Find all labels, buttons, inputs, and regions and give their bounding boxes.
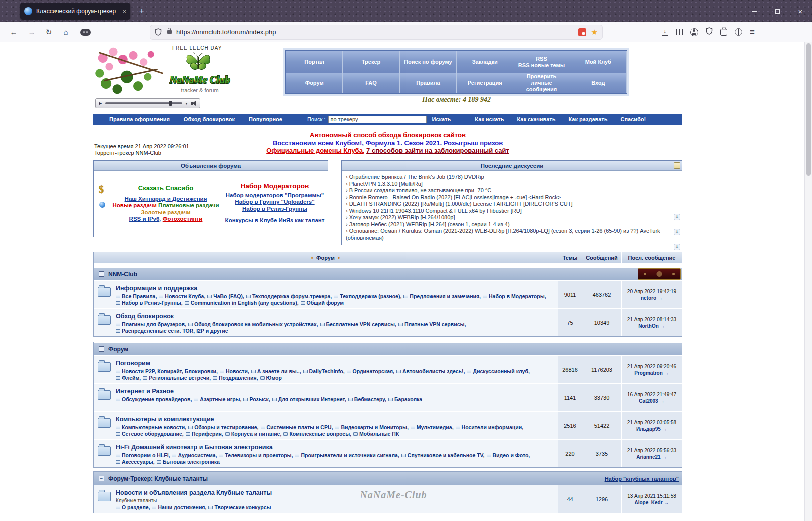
subforum-link[interactable]: Платные VPN сервисы xyxy=(398,321,466,327)
collapse-icon[interactable]: − xyxy=(99,271,104,277)
player-dropdown-icon[interactable]: ▼ xyxy=(185,102,188,105)
lock-icon[interactable] xyxy=(167,30,172,34)
section-title[interactable]: Форум-Трекер: Клубные таланты xyxy=(108,475,208,482)
bypass-link[interactable]: Автономный способ обхода блокировок сайт… xyxy=(310,131,466,139)
section-title[interactable]: NNM-Club xyxy=(108,271,137,278)
subforum-link[interactable]: Бытовая электроника xyxy=(157,459,220,465)
rss-ipv6-link[interactable]: RSS и IPv6 xyxy=(129,216,160,223)
back-button[interactable]: ← xyxy=(8,28,19,36)
last-post-user[interactable]: Progmatron xyxy=(634,370,663,376)
nav-link[interactable]: Как скачивать xyxy=(517,116,555,122)
subforum-link[interactable]: Мобильные ПК xyxy=(353,431,399,437)
nav-link[interactable]: Правила оформления xyxy=(109,116,170,122)
goto-last-post-icon[interactable]: → xyxy=(662,454,667,460)
goto-last-post-icon[interactable]: → xyxy=(664,370,669,376)
scrollbar[interactable] xyxy=(804,42,812,521)
gold-releases-link[interactable]: Золотые раздачи xyxy=(141,209,190,216)
discussion-topic-link[interactable]: Заговор Небес (2021) WEBRip [H.264] (сез… xyxy=(349,221,510,227)
subforum-link[interactable]: Барахолка xyxy=(388,396,422,402)
subforum-link[interactable]: Новости P2P, Копирайт, Блокировки xyxy=(116,368,218,374)
menu-cell-my-club[interactable]: Мой Клуб xyxy=(570,51,626,73)
subforum-link[interactable]: DailyTechInfo xyxy=(303,368,345,374)
subforum-link[interactable]: Корпуса и питание xyxy=(225,431,282,437)
browser-tab[interactable]: Классический форум-трекер × xyxy=(20,3,130,20)
collapse-icon[interactable]: − xyxy=(99,346,104,352)
audio-player[interactable]: ► ▼ xyxy=(95,98,200,108)
subforum-link[interactable]: Набор в Модераторы xyxy=(483,293,546,299)
discussion-topic-link[interactable]: Основание: Осман / Kurulus: Osman (2021-… xyxy=(346,228,660,241)
subforum-link[interactable]: Общий форум xyxy=(301,300,344,306)
club-talents-recruit-link[interactable]: Набор "клубных талантов" xyxy=(605,476,679,482)
goto-last-post-icon[interactable]: → xyxy=(660,323,665,329)
last-post-user[interactable]: NorthOn xyxy=(638,323,659,329)
tab-close-icon[interactable]: × xyxy=(122,8,126,15)
section-title[interactable]: Форум xyxy=(108,346,128,353)
shield-icon[interactable] xyxy=(706,27,713,37)
expand-icon[interactable]: + xyxy=(674,229,680,235)
photo-hosting-link[interactable]: Фотохостинги xyxy=(163,216,203,223)
discussion-topic-link[interactable]: Хочу замуж (2022) WEBRip [H.264/1080p] xyxy=(349,214,455,220)
subforum-link[interactable]: Обход блокировок на мобильных устройства… xyxy=(188,321,318,327)
subforum-link[interactable]: Флейм xyxy=(116,375,141,381)
subforum-link[interactable]: Плагины для браузеров xyxy=(116,321,186,327)
hitparade-link[interactable]: Наш Хитпарад и Достижения xyxy=(125,196,207,203)
goto-last-post-icon[interactable]: → xyxy=(664,500,669,505)
platinum-releases-link[interactable]: Платиновые раздачи xyxy=(158,202,219,209)
url-text[interactable]: https://nnmclub.to/forum/index.php xyxy=(176,28,578,36)
nav-link[interactable]: Спасибо! xyxy=(620,116,646,122)
subforum-link[interactable]: Компьютерные новости xyxy=(116,424,186,430)
scrollbar-thumb[interactable] xyxy=(806,43,811,176)
subforum-link[interactable]: Юмор xyxy=(260,375,282,381)
library-icon[interactable] xyxy=(676,29,683,35)
subforum-link[interactable]: Новости xyxy=(220,368,249,374)
discussion-topic-link[interactable]: DEATH STRANDING (2022) [Ru/Multi] (1.000… xyxy=(349,201,573,207)
new-tab-button[interactable]: + xyxy=(135,5,148,18)
release-groups-link[interactable]: Набор в Релиз-Группы xyxy=(242,206,307,213)
site-logo-title[interactable]: NaNaMe Club xyxy=(166,74,233,86)
subforum-link[interactable]: Телевизоры и проекторы xyxy=(219,452,293,458)
extensions-icon[interactable] xyxy=(720,29,727,36)
subforum-link[interactable]: О разделе xyxy=(116,504,150,510)
maximize-button[interactable] xyxy=(766,0,789,22)
inyaz-talent-link[interactable]: ИнЯз как талант xyxy=(279,217,325,224)
subforum-link[interactable]: А знаете ли вы.. xyxy=(251,368,301,374)
subforum-link[interactable]: Наши достижения xyxy=(152,504,206,510)
nav-link[interactable]: Обход блокировок xyxy=(184,116,235,122)
menu-cell-tracker[interactable]: Трекер xyxy=(343,51,399,73)
last-post-user[interactable]: Ильдар95 xyxy=(636,426,661,432)
subforum-link[interactable]: Обсуждение провайдеров xyxy=(116,396,192,402)
moderators-recruit-link[interactable]: Набор Модераторов xyxy=(241,183,309,190)
subforum-link[interactable]: Комплексные вопросы xyxy=(283,431,351,437)
subforum-link[interactable]: Обзоры и тестирование xyxy=(188,424,258,430)
subforum-link[interactable]: Видео и Фото xyxy=(487,452,530,458)
subforum-link[interactable]: Распределенные сети. TOR, I2P и другие xyxy=(116,328,228,334)
close-button[interactable]: × xyxy=(789,0,812,22)
subforum-link[interactable]: Новости Клуба xyxy=(159,293,205,299)
say-thanks-link[interactable]: Сказать Спасибо xyxy=(138,185,193,192)
last-post-user[interactable]: Arianne21 xyxy=(636,454,660,460)
restore-club-link[interactable]: Восстановим всем Клубом!, xyxy=(273,139,364,147)
club-contests-link[interactable]: Конкурсы в Клубе xyxy=(225,217,277,224)
subforum-link[interactable]: Спутниковое и кабельное TV xyxy=(401,452,485,458)
nav-link[interactable]: Как раздавать xyxy=(569,116,608,122)
menu-cell-rules[interactable]: Правила xyxy=(400,73,456,93)
subforum-link[interactable]: Периферия xyxy=(186,431,223,437)
goto-last-post-icon[interactable]: → xyxy=(662,426,667,432)
subforum-link[interactable]: Видеокарты и Мониторы xyxy=(335,424,408,430)
subforum-link[interactable]: Поздравления xyxy=(213,375,258,381)
discussion-topic-link[interactable]: PlanetVPN 1.3.3.10 [Multi/Ru] xyxy=(349,181,423,187)
minimize-button[interactable] xyxy=(743,0,766,22)
menu-cell-rss[interactable]: RSSRSS новые темы xyxy=(513,51,569,73)
collapse-icon[interactable]: − xyxy=(99,476,104,481)
subforum-link[interactable]: Творческие конкурсы xyxy=(208,504,271,510)
subforum-link[interactable]: Региональные встречи xyxy=(143,375,211,381)
expand-icon[interactable]: + xyxy=(674,214,680,220)
discussion-topic-link[interactable]: Ronnie Romero - Raised On Radio (2022) [… xyxy=(349,194,561,200)
play-icon[interactable]: ► xyxy=(98,101,103,106)
forum-title-link[interactable]: Обход блокировок xyxy=(116,313,174,320)
subforum-link[interactable]: Поговорим о Hi-Fi xyxy=(116,452,170,458)
blocked-site-ways-link[interactable]: 7 способов зайти на заблокированный сайт xyxy=(366,147,509,154)
last-post-user[interactable]: Cat2003 xyxy=(639,398,658,404)
goto-last-post-icon[interactable]: → xyxy=(660,398,665,404)
forum-title-link[interactable]: Компьютеры и комплектующие xyxy=(116,416,214,423)
